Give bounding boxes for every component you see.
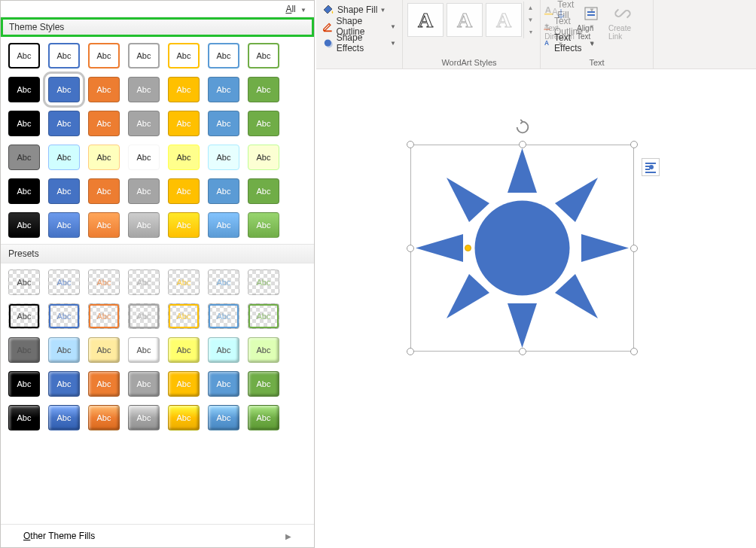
preset-style-swatch[interactable]: Abc (248, 303, 279, 329)
layout-options-button[interactable] (642, 158, 660, 176)
theme-style-swatch[interactable]: Abc (208, 111, 239, 136)
preset-style-swatch[interactable]: Abc (48, 303, 80, 329)
theme-style-swatch[interactable]: Abc (8, 212, 40, 238)
text-direction-button[interactable]: A Text Direction ▼ (544, 2, 575, 56)
theme-style-swatch[interactable]: Abc (8, 145, 40, 170)
theme-style-swatch[interactable]: Abc (248, 43, 279, 68)
theme-style-swatch[interactable]: Abc (48, 43, 80, 68)
theme-style-swatch[interactable]: Abc (168, 145, 200, 170)
preset-style-swatch[interactable]: Abc (8, 269, 40, 295)
preset-style-swatch[interactable]: Abc (88, 269, 120, 295)
all-filter-link[interactable]: All ▼ (285, 4, 306, 14)
preset-style-swatch[interactable]: Abc (128, 337, 160, 363)
theme-style-swatch[interactable]: Abc (208, 178, 239, 204)
resize-handle-mr[interactable] (630, 245, 638, 252)
create-link-button[interactable]: Create Link (607, 2, 639, 56)
theme-style-swatch[interactable]: Abc (48, 145, 80, 170)
preset-style-swatch[interactable]: Abc (128, 269, 160, 295)
preset-style-swatch[interactable]: Abc (88, 337, 120, 363)
theme-style-swatch[interactable]: Abc (128, 43, 160, 68)
theme-style-swatch[interactable]: Abc (208, 145, 239, 170)
preset-style-swatch[interactable]: Abc (88, 303, 120, 329)
preset-style-swatch[interactable]: Abc (208, 371, 239, 397)
theme-style-swatch[interactable]: Abc (168, 77, 200, 102)
preset-style-swatch[interactable]: Abc (128, 303, 160, 329)
theme-style-swatch[interactable]: Abc (8, 111, 40, 136)
preset-style-swatch[interactable]: Abc (128, 371, 160, 397)
preset-style-swatch[interactable]: Abc (88, 405, 120, 431)
preset-style-swatch[interactable]: Abc (168, 303, 200, 329)
wordart-style-3[interactable]: A (486, 3, 522, 37)
theme-style-swatch[interactable]: Abc (8, 77, 40, 102)
adjustment-handle[interactable] (465, 245, 471, 251)
align-text-button[interactable]: Align Text ▼ (575, 2, 607, 56)
wordart-scroll-up[interactable]: ▲ (524, 2, 537, 14)
theme-style-swatch[interactable]: Abc (8, 43, 40, 68)
theme-style-swatch[interactable]: Abc (248, 77, 279, 102)
preset-style-swatch[interactable]: Abc (8, 405, 40, 431)
theme-style-swatch[interactable]: Abc (88, 178, 120, 204)
preset-style-swatch[interactable]: Abc (168, 269, 200, 295)
preset-style-swatch[interactable]: Abc (248, 371, 279, 397)
theme-style-swatch[interactable]: Abc (248, 111, 279, 136)
theme-style-swatch[interactable]: Abc (88, 111, 120, 136)
other-theme-fills-link[interactable]: Other Theme Fills ▶ (1, 524, 314, 547)
theme-style-swatch[interactable]: Abc (88, 212, 120, 238)
preset-style-swatch[interactable]: Abc (168, 337, 200, 363)
wordart-style-1[interactable]: A (407, 3, 444, 37)
preset-style-swatch[interactable]: Abc (128, 405, 160, 431)
theme-style-swatch[interactable]: Abc (248, 178, 279, 204)
theme-style-swatch[interactable]: Abc (128, 77, 160, 102)
theme-style-swatch[interactable]: Abc (128, 111, 160, 136)
preset-style-swatch[interactable]: Abc (48, 269, 80, 295)
theme-style-swatch[interactable]: Abc (8, 178, 40, 204)
wordart-style-2[interactable]: A (447, 3, 483, 37)
wordart-gallery[interactable]: A A A (406, 2, 523, 38)
theme-style-swatch[interactable]: Abc (48, 178, 80, 204)
theme-style-swatch[interactable]: Abc (48, 77, 80, 102)
preset-style-swatch[interactable]: Abc (48, 371, 80, 397)
resize-handle-tl[interactable] (407, 141, 414, 148)
theme-style-swatch[interactable]: Abc (128, 178, 160, 204)
preset-style-swatch[interactable]: Abc (8, 371, 40, 397)
preset-style-swatch[interactable]: Abc (168, 371, 200, 397)
theme-style-swatch[interactable]: Abc (88, 43, 120, 68)
theme-style-swatch[interactable]: Abc (248, 145, 279, 170)
theme-style-swatch[interactable]: Abc (128, 212, 160, 238)
wordart-scroll-down[interactable]: ▼ (524, 14, 537, 26)
resize-handle-br[interactable] (630, 348, 638, 355)
preset-style-swatch[interactable]: Abc (8, 303, 40, 329)
theme-style-swatch[interactable]: Abc (88, 145, 120, 170)
preset-style-swatch[interactable]: Abc (168, 405, 200, 431)
preset-style-swatch[interactable]: Abc (88, 371, 120, 397)
preset-style-swatch[interactable]: Abc (48, 337, 80, 363)
resize-handle-tr[interactable] (630, 141, 638, 148)
preset-style-swatch[interactable]: Abc (208, 303, 239, 329)
theme-style-swatch[interactable]: Abc (168, 43, 200, 68)
preset-style-swatch[interactable]: Abc (48, 405, 80, 431)
theme-style-swatch[interactable]: Abc (48, 111, 80, 136)
resize-handle-ml[interactable] (407, 245, 414, 252)
preset-style-swatch[interactable]: Abc (248, 337, 279, 363)
theme-style-swatch[interactable]: Abc (168, 212, 200, 238)
preset-style-swatch[interactable]: Abc (248, 269, 279, 295)
resize-handle-bm[interactable] (519, 348, 526, 355)
theme-style-swatch[interactable]: Abc (88, 77, 120, 102)
wordart-expand[interactable]: ▾ (524, 26, 537, 38)
theme-style-swatch[interactable]: Abc (248, 212, 279, 238)
shape-effects-button[interactable]: Shape Effects ▼ (319, 35, 399, 51)
theme-style-swatch[interactable]: Abc (48, 212, 80, 238)
preset-style-swatch[interactable]: Abc (208, 337, 239, 363)
theme-style-swatch[interactable]: Abc (208, 43, 239, 68)
preset-style-swatch[interactable]: Abc (8, 337, 40, 363)
preset-style-swatch[interactable]: Abc (208, 269, 239, 295)
preset-style-swatch[interactable]: Abc (208, 405, 239, 431)
theme-style-swatch[interactable]: Abc (168, 111, 200, 136)
theme-style-swatch[interactable]: Abc (168, 178, 200, 204)
theme-style-swatch[interactable]: Abc (208, 212, 239, 238)
rotate-handle[interactable] (514, 119, 531, 135)
document-canvas[interactable] (316, 69, 756, 548)
theme-style-swatch[interactable]: Abc (128, 145, 160, 170)
resize-handle-tm[interactable] (519, 141, 526, 148)
selected-shape[interactable] (410, 145, 634, 352)
